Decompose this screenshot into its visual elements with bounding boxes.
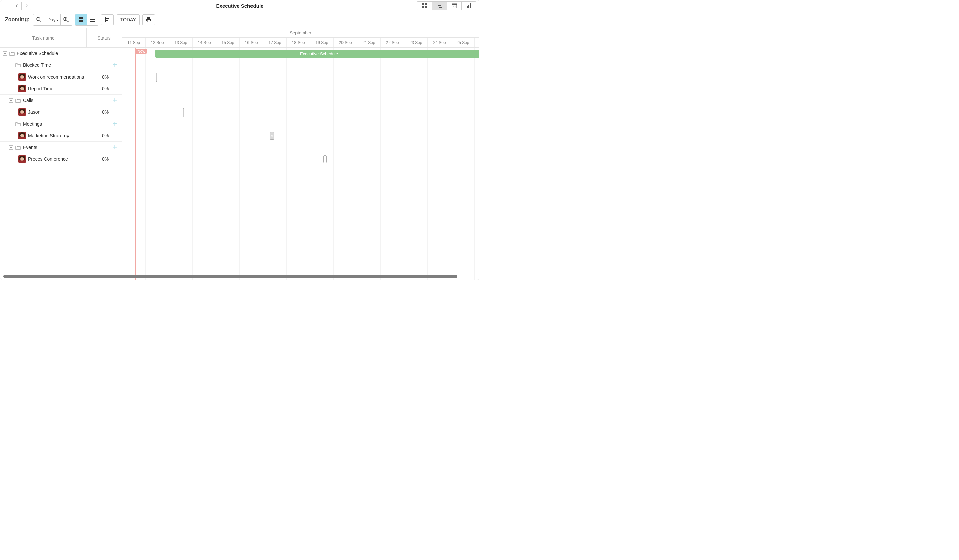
view-board-button[interactable] bbox=[417, 2, 432, 10]
nav-back-button[interactable] bbox=[12, 2, 21, 10]
task-grid-rows: −Executive Schedule−Blocked Time+Work on… bbox=[0, 48, 121, 280]
gantt-grid-lines bbox=[122, 48, 479, 280]
zoom-out-button[interactable] bbox=[33, 14, 45, 25]
svg-rect-24 bbox=[90, 18, 95, 19]
print-button[interactable] bbox=[142, 14, 155, 25]
status-cell: 0% bbox=[89, 86, 121, 91]
svg-rect-8 bbox=[452, 4, 457, 5]
task-group-row[interactable]: −Meetings+ bbox=[0, 118, 121, 130]
task-cell: Report Time bbox=[3, 85, 89, 92]
svg-rect-27 bbox=[105, 18, 106, 22]
svg-rect-22 bbox=[78, 20, 81, 22]
gantt-bar-work-on-recommendations[interactable] bbox=[156, 73, 158, 81]
task-cell: −Executive Schedule bbox=[3, 51, 89, 56]
layout-grid-button[interactable] bbox=[75, 14, 87, 25]
task-row[interactable]: Work on recommendations0% bbox=[0, 71, 121, 83]
gantt-column bbox=[193, 48, 216, 280]
gantt-body[interactable]: Now Executive Schedule M bbox=[122, 48, 479, 280]
task-label: Jason bbox=[28, 110, 40, 115]
svg-line-17 bbox=[67, 21, 68, 22]
svg-rect-5 bbox=[438, 5, 441, 6]
view-gantt-button[interactable] bbox=[432, 2, 447, 10]
gantt-day-header: 2 bbox=[475, 38, 479, 47]
zoom-unit-button[interactable]: Days bbox=[45, 14, 61, 25]
svg-line-14 bbox=[40, 21, 41, 22]
task-cell: Jason bbox=[3, 108, 89, 116]
svg-rect-4 bbox=[437, 4, 440, 4]
status-cell: 0% bbox=[89, 133, 121, 138]
gantt-day-header: 23 Sep bbox=[404, 38, 427, 47]
svg-rect-3 bbox=[425, 6, 427, 8]
task-row[interactable]: Preces Conference0% bbox=[0, 153, 121, 165]
assignee-avatar[interactable] bbox=[19, 108, 26, 116]
gantt-bar-marketing-strategy[interactable]: M bbox=[270, 132, 274, 140]
task-label: Report Time bbox=[28, 86, 53, 91]
gantt-day-header: 13 Sep bbox=[169, 38, 193, 47]
add-task-button[interactable]: + bbox=[113, 61, 117, 69]
column-header-status[interactable]: Status bbox=[87, 28, 121, 47]
task-grid-header: Task name Status bbox=[0, 28, 121, 48]
gantt-column bbox=[451, 48, 475, 280]
gantt-column bbox=[169, 48, 193, 280]
gantt-day-header: 24 Sep bbox=[427, 38, 451, 47]
app-frame: Executive Schedule 12 Zooming: Days bbox=[0, 0, 480, 280]
add-task-button[interactable]: + bbox=[113, 120, 117, 127]
tree-collapse-toggle[interactable]: − bbox=[9, 63, 13, 67]
gantt-day-header: 16 Sep bbox=[239, 38, 263, 47]
gantt-bar-jason[interactable] bbox=[183, 108, 184, 117]
assignee-avatar[interactable] bbox=[19, 156, 26, 163]
status-cell: 0% bbox=[89, 110, 121, 115]
task-cell: −Meetings bbox=[3, 121, 89, 127]
gantt-bar-preces-conference[interactable] bbox=[323, 156, 327, 163]
page-title: Executive Schedule bbox=[0, 3, 479, 9]
scrollbar-thumb[interactable] bbox=[3, 275, 457, 278]
svg-text:12: 12 bbox=[453, 5, 456, 8]
nav-forward-button[interactable] bbox=[21, 2, 31, 10]
today-button[interactable]: TODAY bbox=[116, 14, 140, 25]
tree-collapse-toggle[interactable]: − bbox=[9, 99, 13, 103]
svg-rect-23 bbox=[81, 20, 83, 22]
toolbar: Zooming: Days TODAY bbox=[0, 11, 479, 28]
horizontal-scrollbar[interactable] bbox=[3, 274, 476, 278]
assignee-avatar[interactable] bbox=[19, 85, 26, 92]
task-group-row[interactable]: −Calls+ bbox=[0, 95, 121, 107]
gantt-bar-executive-schedule[interactable]: Executive Schedule bbox=[156, 50, 479, 58]
task-cell: Marketing Strarergy bbox=[3, 132, 89, 139]
column-header-task[interactable]: Task name bbox=[0, 28, 87, 47]
gantt-column bbox=[287, 48, 310, 280]
tree-collapse-toggle[interactable]: − bbox=[9, 122, 13, 126]
gantt-column bbox=[333, 48, 357, 280]
gantt-pane[interactable]: September 11 Sep12 Sep13 Sep14 Sep15 Sep… bbox=[122, 28, 479, 280]
task-group-row[interactable]: −Executive Schedule bbox=[0, 48, 121, 59]
task-group-row[interactable]: −Events+ bbox=[0, 142, 121, 153]
svg-rect-32 bbox=[147, 20, 150, 22]
now-badge: Now bbox=[135, 49, 147, 54]
zoom-in-button[interactable] bbox=[61, 14, 72, 25]
gantt-day-header: 20 Sep bbox=[333, 38, 357, 47]
view-analytics-button[interactable] bbox=[461, 2, 476, 10]
task-group-row[interactable]: −Blocked Time+ bbox=[0, 59, 121, 71]
add-task-button[interactable]: + bbox=[113, 97, 117, 104]
view-calendar-button[interactable]: 12 bbox=[447, 2, 461, 10]
add-task-button[interactable]: + bbox=[113, 144, 117, 151]
task-row[interactable]: Report Time0% bbox=[0, 83, 121, 95]
now-marker bbox=[135, 48, 136, 280]
task-row[interactable]: Marketing Strarergy0% bbox=[0, 130, 121, 142]
gantt-column bbox=[239, 48, 263, 280]
zoom-label: Zooming: bbox=[5, 17, 30, 23]
layout-list-button[interactable] bbox=[87, 14, 98, 25]
tree-collapse-toggle[interactable]: − bbox=[3, 51, 7, 56]
task-label: Blocked Time bbox=[23, 62, 51, 68]
align-button[interactable] bbox=[101, 14, 114, 25]
gantt-day-header: 18 Sep bbox=[287, 38, 310, 47]
assignee-avatar[interactable] bbox=[19, 73, 26, 81]
svg-rect-10 bbox=[467, 6, 468, 8]
tree-collapse-toggle[interactable]: − bbox=[9, 145, 13, 150]
assignee-avatar[interactable] bbox=[19, 132, 26, 139]
svg-rect-6 bbox=[439, 7, 442, 8]
gantt-day-header: 21 Sep bbox=[357, 38, 381, 47]
gantt-day-header: 11 Sep bbox=[122, 38, 145, 47]
gantt-column bbox=[381, 48, 404, 280]
svg-rect-1 bbox=[425, 3, 427, 5]
task-row[interactable]: Jason0% bbox=[0, 107, 121, 118]
